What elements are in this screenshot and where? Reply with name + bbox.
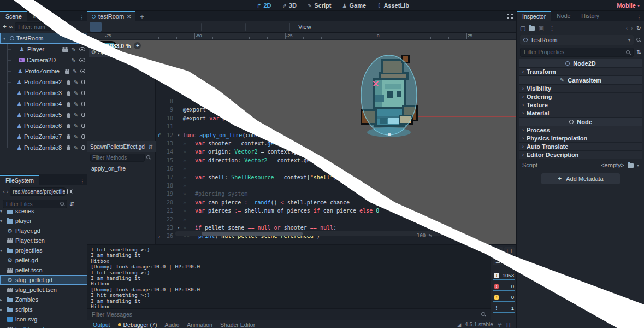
visibility-toggle-icon[interactable] (81, 80, 85, 84)
code-line[interactable]: 16» (156, 165, 195, 173)
fs-folder-projectiles[interactable]: ▾ projectiles (0, 245, 87, 255)
scene-node-protozombie[interactable]: ProtoZombie ✎ (0, 66, 87, 77)
tab-audio[interactable]: Audio (164, 321, 179, 328)
fs-file-player-tscn[interactable]: Player.tscn (0, 236, 87, 245)
inspector-section-visibility[interactable]: › Visibility (519, 85, 642, 93)
inspector-section-editor-description[interactable]: › Editor Description (519, 151, 642, 159)
nav-forward-icon[interactable]: › (7, 188, 9, 195)
script-icon[interactable]: ✎ (74, 145, 78, 151)
pivot-tool-icon[interactable] (160, 22, 172, 32)
sort-files-icon[interactable]: ⇵ (69, 201, 74, 208)
grid-snap-icon[interactable] (217, 22, 229, 32)
inspector-section-texture[interactable]: › Texture (519, 101, 642, 109)
clear-output-icon[interactable]: ≢ (493, 247, 503, 255)
lock-node-icon[interactable] (249, 22, 261, 32)
resource-menu-icon[interactable]: ⋮ (547, 25, 557, 31)
code-line[interactable]: 22» (156, 215, 195, 224)
skeleton-options-icon[interactable] (275, 22, 287, 32)
workspace-tab-2d[interactable]: ↱2D (252, 2, 275, 9)
fs-folder-scenes[interactable]: ▾ scenes (0, 210, 87, 216)
scene-tab-testroom[interactable]: testRoom ✕ (87, 11, 135, 21)
script-icon[interactable]: ✎ (72, 46, 76, 52)
script-icon[interactable]: ✎ (74, 79, 78, 85)
visibility-toggle-icon[interactable] (81, 124, 85, 128)
code-line[interactable]: 13»var shooter = context.get (156, 139, 277, 148)
close-tab-icon[interactable]: ✕ (127, 14, 131, 20)
fs-folder-scripts[interactable]: ▸ scripts (0, 304, 87, 314)
notifications-icon[interactable]: ◢ (457, 322, 461, 327)
script-icon[interactable]: ✎ (74, 123, 78, 129)
toolbar-icon[interactable] (201, 23, 202, 31)
history-forward-icon[interactable]: › (631, 25, 633, 31)
script-icon[interactable]: ✎ (74, 90, 78, 96)
fs-file-slug-pellet-tscn[interactable]: slug_pellet.tscn (0, 285, 87, 295)
visibility-toggle-icon[interactable] (81, 102, 85, 106)
code-line[interactable]: ↱12▾func apply_on_fire(conte (156, 131, 262, 139)
workspace-tab-script[interactable]: ✎Script (303, 2, 336, 9)
open-docs-icon[interactable] (636, 38, 641, 43)
script-icon[interactable]: ✎ (74, 112, 78, 118)
instanced-scene-icon[interactable] (67, 80, 70, 85)
zombie-sprite[interactable] (361, 51, 418, 139)
method-list-item[interactable]: apply_on_fire (87, 164, 156, 173)
fs-folder-zombies[interactable]: ▸ Zombies (0, 295, 87, 304)
inspector-section-material[interactable]: › Material (519, 109, 642, 118)
nav-back-icon[interactable]: ‹ (3, 188, 5, 195)
scene-node-testroom[interactable]: ▾ TestRoom (0, 33, 87, 44)
output-log[interactable]: I hit something >:)I am handling itHitbo… (87, 245, 491, 308)
platform-selector[interactable]: Mobile▾ (617, 0, 640, 11)
tab-scene[interactable]: Scene (0, 11, 27, 21)
tab-debugger[interactable]: Debugger (7) (118, 321, 157, 328)
code-line[interactable]: 23▾»if pellet_scene == null or shooter =… (156, 224, 336, 232)
distraction-free-icon[interactable] (507, 14, 513, 19)
menu-debug[interactable] (24, 2, 36, 9)
instanced-scene-icon[interactable] (67, 102, 70, 107)
fs-file-testroom-tscn[interactable]: testRoom.tscn (0, 324, 87, 328)
breadcrumb-path[interactable]: res://scenes/projectile (10, 187, 66, 196)
workspace-tab-3d[interactable]: ⇗3D (277, 2, 300, 9)
tab-filesystem[interactable]: FileSystem (0, 175, 39, 185)
inspector-class-canvasitem[interactable]: CanvasItem (519, 76, 642, 85)
script-icon[interactable]: ✎ (72, 57, 76, 63)
load-resource-icon[interactable] (529, 26, 535, 31)
code-line[interactable]: 10@export var p (156, 114, 226, 122)
view-menu-button[interactable]: View (293, 24, 317, 30)
menu-help[interactable] (48, 2, 60, 9)
tab-animation[interactable]: Animation (187, 321, 212, 328)
visibility-toggle-icon[interactable] (81, 113, 85, 117)
instanced-scene-icon[interactable] (65, 69, 69, 74)
zoom-value[interactable]: 1083.0 % (107, 43, 131, 49)
inspector-section-transform[interactable]: › Transform (519, 68, 642, 76)
dock-menu-icon[interactable]: ⋮ (77, 15, 87, 21)
instanced-scene-icon[interactable] (67, 124, 70, 128)
property-tools-icon[interactable]: ⇅ (636, 49, 641, 56)
instance-scene-icon[interactable]: ∞ (9, 24, 13, 30)
code-line[interactable]: 17»var shell: ShellResource = context["s… (156, 173, 336, 181)
expander-icon[interactable]: ▸ (0, 297, 4, 302)
edited-node-selector[interactable]: TestRoom ▾ (520, 35, 634, 45)
instanced-scene-icon[interactable] (67, 134, 70, 139)
code-line[interactable]: 11 (156, 122, 183, 131)
property-filter-input[interactable] (520, 48, 634, 57)
code-line[interactable]: 14»var origin: Vector2 = context.g (156, 148, 297, 156)
load-script-icon[interactable] (628, 163, 634, 168)
search-log-icon[interactable]: ⌑ (504, 257, 515, 265)
new-tab-icon[interactable]: + (135, 13, 148, 21)
fs-file-player-gd[interactable]: Player.gd (0, 226, 87, 236)
code-line[interactable]: 8 (156, 97, 183, 106)
visibility-toggle-icon[interactable] (79, 36, 85, 40)
tab-history[interactable]: History (576, 11, 605, 21)
fs-folder-player[interactable]: ▾ player (0, 216, 87, 226)
expander-icon[interactable]: ▾ (0, 219, 4, 224)
group-node-icon[interactable] (262, 22, 274, 32)
script-icon[interactable]: ✎ (73, 68, 77, 74)
visibility-toggle-icon[interactable] (79, 58, 85, 62)
copy-output-icon[interactable]: ❐ (504, 247, 515, 255)
fs-file-pellet-gd[interactable]: pellet.gd (0, 255, 87, 265)
instanced-scene-icon[interactable] (62, 47, 68, 52)
save-resource-icon[interactable]: ▣ (538, 25, 543, 32)
inspector-section-ordering[interactable]: › Ordering (519, 93, 642, 101)
script-value[interactable]: <empty> (601, 162, 624, 168)
scene-node-protozombie5[interactable]: ProtoZombie5 ✎ (0, 109, 87, 120)
filesystem-menu-icon[interactable]: ⋮ (78, 179, 87, 185)
